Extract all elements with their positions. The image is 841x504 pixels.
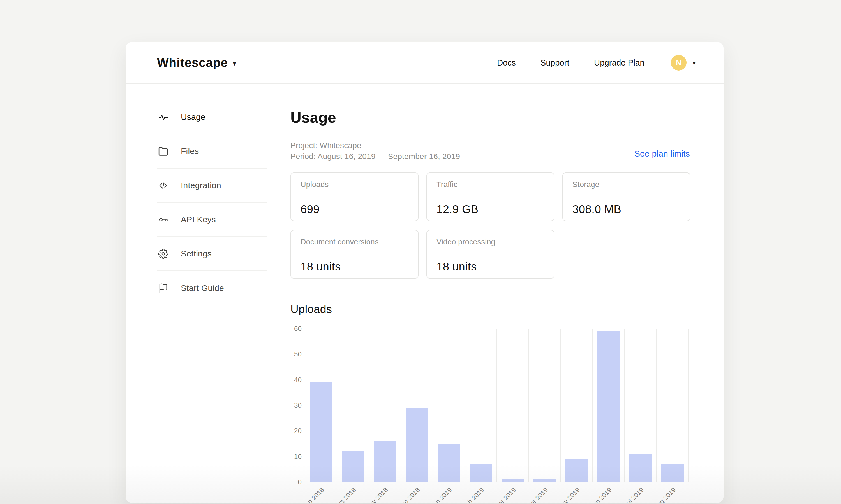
nav-docs[interactable]: Docs (497, 58, 516, 68)
bar (469, 464, 492, 482)
stat-label: Document conversions (301, 238, 409, 247)
nav-upgrade-plan[interactable]: Upgrade Plan (594, 58, 645, 68)
app-window: Whitescape ▾ Docs Support Upgrade Plan N… (125, 42, 723, 503)
stat-label: Traffic (436, 180, 545, 189)
stat-value: 699 (301, 203, 409, 216)
sidebar-item-label: Settings (181, 249, 212, 258)
usage-meta: Project: Whitescape Period: August 16, 2… (290, 140, 460, 162)
y-tick-label: 20 (294, 427, 302, 435)
x-tick-label: 16 Dec 2018 (390, 486, 422, 503)
bar (310, 382, 332, 482)
x-tick-label: 16 Aug 2019 (646, 486, 677, 503)
chevron-down-icon: ▾ (693, 60, 696, 66)
gridline (528, 329, 529, 482)
chart-y-axis: 0102030405060 (290, 329, 302, 482)
chart-plot: 16 Sep 201816 Oct 201816 Nov 201816 Dec … (305, 329, 688, 482)
gridline (624, 329, 625, 482)
bar (374, 441, 396, 482)
gear-icon (158, 249, 169, 259)
stat-label: Storage (572, 180, 680, 189)
flag-icon (158, 283, 169, 293)
x-tick-label: 16 Feb 2019 (454, 486, 485, 503)
sidebar-item-settings[interactable]: Settings (157, 237, 267, 271)
sidebar-item-start-guide[interactable]: Start Guide (157, 271, 267, 305)
uploads-bar-chart: 0102030405060 16 Sep 201816 Oct 201816 N… (290, 329, 688, 503)
gridline (305, 329, 305, 482)
stat-value: 18 units (301, 260, 409, 273)
key-icon (158, 215, 169, 225)
sidebar-item-label: Start Guide (181, 283, 224, 293)
stat-label: Video processing (436, 238, 545, 247)
bar (437, 444, 460, 482)
stat-card-traffic: Traffic 12.9 GB (426, 173, 554, 221)
stat-card-document-conversions: Document conversions 18 units (290, 230, 418, 278)
sidebar-item-label: API Keys (181, 215, 216, 224)
y-tick-label: 50 (294, 350, 302, 358)
x-tick-label: 16 Oct 2018 (327, 486, 358, 503)
header: Whitescape ▾ Docs Support Upgrade Plan N… (125, 42, 723, 84)
stat-value: 18 units (436, 260, 545, 273)
y-tick-label: 60 (294, 325, 302, 332)
gridline (432, 329, 433, 482)
x-tick-label: 16 Mar 2019 (486, 486, 517, 503)
y-tick-label: 0 (298, 478, 302, 486)
sidebar-item-label: Usage (181, 112, 205, 122)
gridline (337, 329, 337, 482)
y-tick-label: 40 (294, 376, 302, 384)
x-tick-label: 16 Jan 2019 (423, 486, 453, 503)
stat-card-video-processing: Video processing 18 units (426, 230, 554, 278)
bar (501, 479, 524, 482)
stat-label: Uploads (301, 180, 409, 189)
gridline (400, 329, 401, 482)
code-icon (158, 180, 169, 191)
bar (597, 331, 620, 482)
chevron-down-icon: ▾ (233, 58, 236, 67)
bar (661, 464, 684, 482)
gridline (368, 329, 369, 482)
sidebar: Usage Files Integration API Keys Setting… (157, 100, 267, 305)
project-switcher[interactable]: Whitescape ▾ (157, 56, 236, 70)
see-plan-limits-link[interactable]: See plan limits (634, 149, 690, 159)
gridline (688, 329, 689, 482)
x-tick-label: 16 Jun 2019 (583, 486, 613, 503)
x-tick-label: 16 May 2019 (549, 486, 581, 503)
project-line: Project: Whitescape (290, 140, 460, 151)
account-menu[interactable]: N ▾ (671, 55, 696, 71)
stat-value: 12.9 GB (436, 203, 545, 216)
nav-support[interactable]: Support (540, 58, 569, 68)
gridline (656, 329, 657, 482)
gridline (593, 329, 593, 482)
sidebar-item-api-keys[interactable]: API Keys (157, 203, 267, 237)
x-tick-label: 16 Jul 2019 (616, 486, 645, 503)
stats-grid: Uploads 699 Traffic 12.9 GB Storage 308.… (290, 173, 690, 278)
sidebar-item-usage[interactable]: Usage (157, 100, 267, 134)
sidebar-item-integration[interactable]: Integration (157, 168, 267, 203)
avatar[interactable]: N (671, 55, 687, 71)
gridline (496, 329, 497, 482)
stat-card-uploads: Uploads 699 (290, 173, 418, 221)
sidebar-item-files[interactable]: Files (157, 134, 267, 168)
bar (406, 408, 428, 482)
x-tick-label: 16 Sep 2018 (294, 486, 326, 503)
y-tick-label: 30 (294, 401, 302, 409)
folder-icon (158, 146, 169, 157)
stat-card-storage: Storage 308.0 MB (562, 173, 690, 221)
gridline (464, 329, 465, 482)
header-nav: Docs Support Upgrade Plan (497, 58, 645, 68)
bar (342, 451, 364, 482)
sidebar-item-label: Integration (181, 181, 221, 190)
page-title: Usage (290, 109, 336, 126)
y-tick-label: 10 (294, 453, 302, 461)
x-tick-label: 16 Apr 2019 (519, 486, 549, 503)
bar (565, 458, 588, 482)
gridline (561, 329, 561, 482)
bar (533, 479, 556, 482)
sidebar-item-label: Files (181, 146, 199, 156)
stat-value: 308.0 MB (572, 203, 680, 216)
logo: Whitescape (157, 56, 228, 70)
activity-icon (158, 112, 169, 122)
bar (629, 454, 652, 482)
chart-title: Uploads (290, 303, 332, 316)
period-line: Period: August 16, 2019 — September 16, … (290, 151, 460, 162)
x-tick-label: 16 Nov 2018 (358, 486, 390, 503)
